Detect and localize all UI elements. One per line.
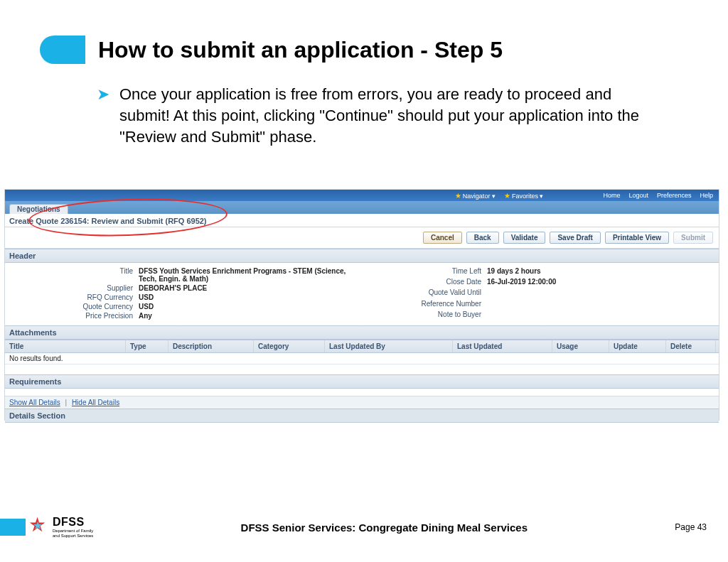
field-supplier-value: DEBORAH'S PLACE xyxy=(139,284,396,292)
attachments-no-results: No results found. xyxy=(5,353,719,364)
slide-body-text: Once your application is free from error… xyxy=(119,84,658,148)
slide-footer: DFSS Department of Family and Support Se… xyxy=(0,512,728,542)
app-top-toolbar: ★Navigator ▾ ★Favorites ▾ Home Logout Pr… xyxy=(5,190,719,201)
field-quote-currency-label: Quote Currency xyxy=(26,303,133,310)
logo-sub-text-2: and Support Services xyxy=(53,534,93,539)
field-rfq-currency-label: RFQ Currency xyxy=(26,293,133,301)
section-header-attachments: Attachments xyxy=(5,325,719,340)
help-link[interactable]: Help xyxy=(700,192,713,199)
embedded-app-screenshot: ★Navigator ▾ ★Favorites ▾ Home Logout Pr… xyxy=(4,189,719,421)
field-price-precision-label: Price Precision xyxy=(26,312,133,320)
logout-link[interactable]: Logout xyxy=(628,192,648,199)
col-delete: Delete xyxy=(666,340,716,352)
col-title: Title xyxy=(5,340,126,352)
title-bullet-icon xyxy=(40,36,85,64)
validate-button[interactable]: Validate xyxy=(503,232,546,244)
section-header-header: Header xyxy=(5,249,719,263)
field-time-left-value: 19 days 2 hours xyxy=(487,267,556,276)
field-valid-until-label: Quote Valid Until xyxy=(396,288,481,298)
tab-negotiations[interactable]: Negotiations xyxy=(9,204,68,214)
show-all-details-link[interactable]: Show All Details xyxy=(9,399,60,406)
star-icon xyxy=(28,517,48,537)
field-rfq-currency-value: USD xyxy=(139,293,396,301)
col-usage: Usage xyxy=(552,340,609,352)
field-title-value: DFSS Youth Services Enrichment Programs … xyxy=(139,267,352,283)
arrow-bullet-icon: ➤ xyxy=(97,84,109,148)
col-description: Description xyxy=(168,340,254,352)
col-type: Type xyxy=(126,340,168,352)
field-close-date-label: Close Date xyxy=(396,278,481,287)
home-link[interactable]: Home xyxy=(603,192,620,199)
field-reference-number-label: Reference Number xyxy=(396,300,481,309)
section-header-requirements: Requirements xyxy=(5,374,719,389)
hide-all-details-link[interactable]: Hide All Details xyxy=(72,399,119,406)
field-title-label: Title xyxy=(26,267,133,283)
printable-view-button[interactable]: Printable View xyxy=(605,232,669,244)
field-price-precision-value: Any xyxy=(139,312,396,320)
header-fields-panel: Title DFSS Youth Services Enrichment Pro… xyxy=(5,263,719,325)
field-note-to-buyer-label: Note to Buyer xyxy=(396,310,481,320)
favorites-menu[interactable]: ★Favorites ▾ xyxy=(504,192,544,200)
submit-button[interactable]: Submit xyxy=(673,232,713,244)
dfss-logo: DFSS Department of Family and Support Se… xyxy=(28,516,93,539)
detail-links-row: Show All Details | Hide All Details xyxy=(5,396,719,409)
footer-color-block xyxy=(0,519,26,536)
cancel-button[interactable]: Cancel xyxy=(423,232,462,244)
logo-main-text: DFSS xyxy=(53,516,93,529)
back-button[interactable]: Back xyxy=(466,232,499,244)
col-category: Category xyxy=(254,340,325,352)
section-header-details: Details Section xyxy=(5,409,719,423)
navigator-menu[interactable]: ★Navigator ▾ xyxy=(455,192,496,200)
footer-title: DFSS Senior Services: Congregate Dining … xyxy=(93,522,675,534)
footer-page-number: Page 43 xyxy=(675,522,707,532)
preferences-link[interactable]: Preferences xyxy=(657,192,692,199)
save-draft-button[interactable]: Save Draft xyxy=(550,232,600,244)
field-close-date-value: 16-Jul-2019 12:00:00 xyxy=(487,278,556,287)
attachments-table-header: Title Type Description Category Last Upd… xyxy=(5,340,719,353)
tab-bar: Negotiations xyxy=(5,201,719,214)
col-last-updated: Last Updated xyxy=(453,340,552,352)
logo-sub-text-1: Department of Family xyxy=(53,529,93,534)
field-quote-currency-value: USD xyxy=(139,303,396,310)
field-time-left-label: Time Left xyxy=(396,267,481,276)
action-button-row: Cancel Back Validate Save Draft Printabl… xyxy=(5,227,719,249)
col-last-updated-by: Last Updated By xyxy=(325,340,453,352)
col-update: Update xyxy=(609,340,666,352)
page-header-title: Create Quote 236154: Review and Submit (… xyxy=(5,214,719,227)
slide-title: How to submit an application - Step 5 xyxy=(98,37,503,63)
field-supplier-label: Supplier xyxy=(26,284,133,292)
